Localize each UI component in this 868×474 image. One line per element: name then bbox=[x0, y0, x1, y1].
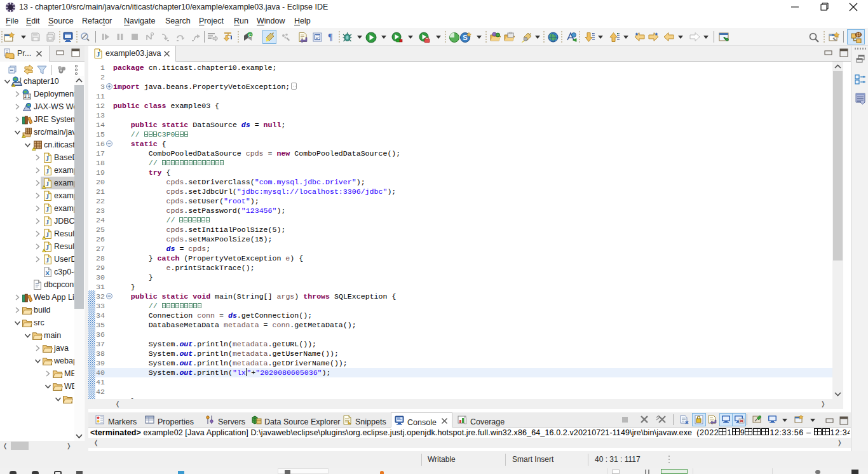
svg-text:J: J bbox=[46, 219, 50, 226]
svg-text:J: J bbox=[46, 244, 50, 251]
svg-text:J: J bbox=[46, 257, 50, 264]
svg-text:C: C bbox=[248, 32, 252, 38]
svg-text:J: J bbox=[46, 180, 50, 187]
svg-text:3.1: 3.1 bbox=[24, 94, 31, 98]
svg-text:J: J bbox=[46, 155, 50, 162]
svg-text:S: S bbox=[463, 34, 467, 41]
svg-text:J: J bbox=[46, 231, 50, 238]
svg-text:¶: ¶ bbox=[328, 32, 333, 42]
svg-text:J: J bbox=[46, 206, 50, 213]
svg-text:J: J bbox=[97, 50, 100, 58]
svg-text:X: X bbox=[46, 269, 50, 276]
svg-text:J: J bbox=[46, 193, 50, 200]
svg-text:J: J bbox=[46, 168, 50, 175]
